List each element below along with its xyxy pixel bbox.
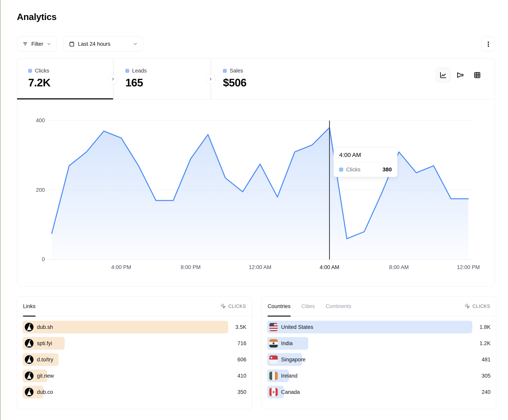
stat-tabs-row: Clicks 7.2K Leads 165 [17, 59, 495, 100]
stat-tab-sales-value: $506 [223, 76, 290, 89]
country-row-united-states[interactable]: United States1.8K [267, 321, 491, 333]
tab-links[interactable]: Links [23, 296, 36, 316]
table-grid-icon [473, 71, 481, 79]
clicks-time-series-chart[interactable]: 0200400 4:00 PM8:00 PM12:00 AM4:00 AM8:0… [17, 100, 495, 286]
row-label: dub.sh [37, 324, 53, 330]
country-row-ireland[interactable]: Ireland305 [267, 369, 491, 382]
tab-continents-label: Continents [326, 303, 351, 310]
dub-logo-avatar [25, 355, 34, 364]
geo-metric-toggle[interactable]: CLICKS [464, 296, 490, 316]
chart-type-toggle-group [436, 68, 485, 82]
leads-legend-square-icon [125, 69, 129, 73]
stat-tab-sales[interactable]: Sales $506 [211, 59, 290, 99]
sg-flag-icon [269, 355, 278, 364]
x-axis-label: 4:00 PM [105, 264, 137, 270]
tab-continents[interactable]: Continents [326, 296, 351, 316]
row-value: 716 [228, 340, 246, 347]
tab-countries[interactable]: Countries [268, 296, 291, 316]
row-value: 606 [228, 357, 246, 363]
row-label: spti.fyi [37, 340, 52, 347]
pointer-click-icon [464, 303, 471, 309]
y-axis-label: 0 [23, 256, 45, 262]
line-chart-icon [439, 71, 447, 79]
x-axis-label: 4:00 AM [314, 264, 345, 270]
page-title: Analytics [17, 12, 57, 22]
row-label: Singapore [281, 357, 306, 363]
leaderboard-bar [22, 321, 228, 333]
tooltip-time: 4:00 AM [334, 147, 397, 162]
expand-clicks-chevron-button[interactable] [108, 74, 118, 84]
stat-tab-clicks-value: 7.2K [28, 76, 113, 89]
ie-flag-icon [269, 372, 278, 380]
dub-logo-avatar [25, 323, 34, 332]
line-chart-toggle-button[interactable] [436, 68, 450, 82]
stat-tab-clicks-label: Clicks [35, 68, 49, 74]
tooltip-series-label: Clicks [346, 167, 380, 173]
tab-cities[interactable]: Cities [301, 296, 315, 316]
sales-legend-square-icon [223, 69, 227, 73]
tab-countries-label: Countries [268, 303, 291, 310]
link-row-d-to-try[interactable]: d.to/try606 [22, 353, 246, 366]
analytics-card: Clicks 7.2K Leads 165 [17, 58, 495, 287]
chart-area-fill [52, 128, 468, 260]
geo-metric-label: CLICKS [472, 304, 490, 309]
row-label: India [281, 340, 293, 347]
y-axis-label: 200 [23, 187, 45, 193]
row-label: git.new [37, 373, 54, 379]
x-axis-label: 12:00 AM [244, 264, 276, 270]
calendar-icon [69, 41, 75, 47]
country-row-canada[interactable]: Canada240 [267, 386, 491, 398]
chevron-right-icon [111, 77, 115, 81]
row-value: 3.5K [228, 324, 246, 330]
table-view-toggle-button[interactable] [470, 68, 485, 82]
x-axis-label: 12:00 PM [452, 264, 484, 270]
link-row-spti-fyi[interactable]: spti.fyi716 [22, 337, 246, 350]
filter-button-label: Filter [31, 41, 43, 47]
country-row-india[interactable]: India1.2K [267, 337, 491, 350]
more-options-button[interactable] [482, 36, 495, 52]
tooltip-clicks-legend-icon [339, 168, 343, 172]
dub-logo-avatar [25, 339, 34, 348]
clicks-chart-svg [17, 100, 495, 286]
links-panel: Links CLICKS dub.sh3.5Kspti.fyi716d.to/t… [17, 296, 252, 409]
dub-logo-avatar [25, 371, 34, 380]
x-axis-label: 8:00 PM [175, 264, 207, 270]
in-flag-icon [269, 339, 278, 348]
chevron-right-icon [209, 77, 213, 81]
date-range-label: Last 24 hours [78, 41, 111, 47]
filter-button[interactable]: Filter [17, 36, 57, 52]
link-row-git-new[interactable]: git.new410 [22, 369, 246, 382]
chart-tooltip: 4:00 AM Clicks 380 [333, 147, 397, 177]
links-list: dub.sh3.5Kspti.fyi716d.to/try606git.new4… [17, 316, 252, 398]
stat-tab-sales-label: Sales [230, 68, 243, 74]
y-axis-label: 400 [23, 117, 45, 124]
country-row-singapore[interactable]: Singapore481 [267, 353, 491, 366]
tooltip-value: 380 [382, 167, 392, 173]
funnel-chart-toggle-button[interactable] [453, 68, 468, 82]
row-value: 305 [472, 373, 491, 379]
row-value: 240 [472, 389, 491, 395]
geo-panel: Countries Cities Continents CLICKS Unite… [261, 296, 496, 409]
active-tab-underline [17, 98, 113, 100]
chevron-down-icon [133, 41, 138, 47]
stat-tab-leads[interactable]: Leads 165 [113, 59, 210, 99]
stat-tab-clicks[interactable]: Clicks 7.2K [17, 59, 113, 99]
tab-cities-label: Cities [301, 303, 315, 310]
tab-links-label: Links [23, 303, 36, 310]
links-metric-toggle[interactable]: CLICKS [220, 296, 246, 316]
x-axis-label: 8:00 AM [383, 264, 415, 270]
clicks-legend-square-icon [28, 69, 32, 73]
link-row-dub-co[interactable]: dub.co350 [22, 386, 246, 398]
row-value: 481 [472, 357, 491, 363]
row-value: 350 [228, 389, 246, 395]
link-row-dub-sh[interactable]: dub.sh3.5K [22, 321, 246, 333]
dub-logo-avatar [25, 388, 34, 396]
expand-leads-chevron-button[interactable] [206, 74, 216, 84]
links-metric-label: CLICKS [228, 304, 246, 309]
date-range-button[interactable]: Last 24 hours [63, 36, 143, 52]
row-label: United States [281, 324, 313, 330]
filter-lines-icon [22, 41, 28, 47]
row-value: 1.8K [472, 324, 491, 330]
page-edge-accent [0, 0, 0, 420]
stat-tab-leads-value: 165 [125, 76, 210, 89]
